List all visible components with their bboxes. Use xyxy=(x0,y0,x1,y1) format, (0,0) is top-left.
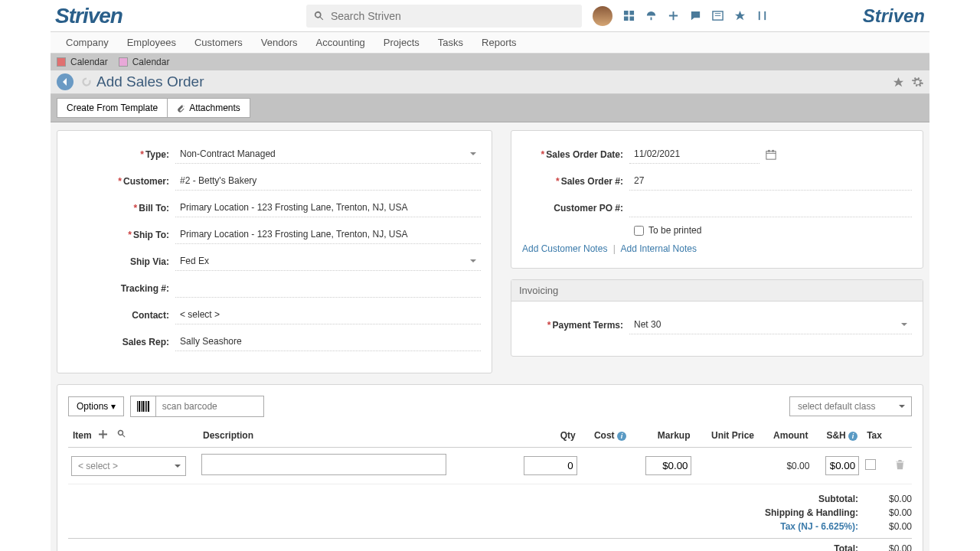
item-tax-checkbox[interactable] xyxy=(865,459,876,470)
salesrep-field[interactable]: Sally Seashore xyxy=(175,332,481,351)
item-description-input[interactable] xyxy=(201,454,446,475)
invoicing-panel: Invoicing *Payment Terms:Net 30 xyxy=(511,279,923,357)
svg-rect-3 xyxy=(629,16,634,21)
calendar-icon[interactable] xyxy=(766,149,776,160)
delete-row-icon[interactable] xyxy=(895,459,905,470)
create-from-template-button[interactable]: Create From Template xyxy=(57,98,167,118)
cal-label-2[interactable]: Calendar xyxy=(132,57,170,67)
payment-terms-select[interactable]: Net 30 xyxy=(629,315,912,334)
logo-right: Striven xyxy=(863,5,925,27)
nav-vendors[interactable]: Vendors xyxy=(261,37,298,48)
totals: Subtotal:$0.00 Shipping & Handling:$0.00… xyxy=(68,492,912,551)
svg-rect-1 xyxy=(629,11,634,15)
plus-icon[interactable] xyxy=(668,10,679,21)
order-date-input[interactable] xyxy=(629,145,760,164)
item-markup-input[interactable] xyxy=(645,456,691,475)
page-title: Add Sales Order xyxy=(96,73,204,90)
search-box[interactable] xyxy=(306,5,582,28)
refresh-icon[interactable] xyxy=(80,75,93,89)
svg-rect-19 xyxy=(148,401,149,412)
top-icons xyxy=(593,6,768,26)
search-item-icon[interactable] xyxy=(117,429,126,439)
billto-field[interactable]: Primary Location - 123 Frosting Lane, Tr… xyxy=(175,198,481,217)
cal-color-2[interactable] xyxy=(119,57,128,67)
add-internal-notes-link[interactable]: Add Internal Notes xyxy=(621,243,697,254)
svg-rect-0 xyxy=(624,11,629,15)
paperclip-icon xyxy=(177,104,185,112)
main-nav: Company Employees Customers Vendors Acco… xyxy=(51,32,929,54)
svg-rect-15 xyxy=(141,401,142,412)
nav-reports[interactable]: Reports xyxy=(482,37,517,48)
arrow-left-icon xyxy=(60,77,70,86)
to-be-printed-label: To be printed xyxy=(648,225,701,236)
top-bar: Striven Striven xyxy=(51,0,929,32)
shipto-field[interactable]: Primary Location - 123 Frosting Lane, Tr… xyxy=(175,225,481,244)
cost-info-icon[interactable]: i xyxy=(617,432,626,441)
svg-rect-7 xyxy=(759,11,760,20)
svg-rect-14 xyxy=(139,401,140,412)
avatar[interactable] xyxy=(593,6,612,26)
back-button[interactable] xyxy=(57,73,74,90)
dashboard-icon[interactable] xyxy=(645,10,657,21)
order-details-panel: *Type:Non-Contract Managed *Customer:#2 … xyxy=(57,130,492,373)
to-be-printed-checkbox[interactable] xyxy=(634,226,644,236)
svg-rect-16 xyxy=(142,401,144,412)
nav-accounting[interactable]: Accounting xyxy=(316,37,365,48)
order-number-input[interactable] xyxy=(629,171,912,191)
cal-color-1[interactable] xyxy=(57,57,66,67)
barcode-input[interactable] xyxy=(156,401,263,412)
item-qty-input[interactable] xyxy=(524,456,577,475)
star-icon[interactable] xyxy=(734,10,746,21)
default-class-select[interactable]: select default class xyxy=(789,396,912,416)
item-row: < select > $0.00 xyxy=(68,448,912,484)
apps-icon[interactable] xyxy=(623,10,635,21)
nav-company[interactable]: Company xyxy=(66,37,109,48)
svg-rect-11 xyxy=(769,149,770,152)
nav-employees[interactable]: Employees xyxy=(127,37,176,48)
contact-select[interactable]: < select > xyxy=(175,305,481,324)
nav-tasks[interactable]: Tasks xyxy=(438,37,463,48)
tracking-input[interactable] xyxy=(175,279,481,298)
order-meta-panel: *Sales Order Date: *Sales Order #: Custo… xyxy=(511,130,923,269)
item-sh-input[interactable] xyxy=(825,456,859,475)
barcode-icon xyxy=(131,396,156,416)
page-header: Add Sales Order xyxy=(51,70,929,94)
logo: Striven xyxy=(55,4,122,28)
news-icon[interactable] xyxy=(712,10,724,21)
search-icon xyxy=(314,11,325,21)
tax-link[interactable]: Tax (NJ - 6.625%): xyxy=(705,521,858,532)
action-bar: Create From Template Attachments xyxy=(51,94,929,122)
options-button[interactable]: Options ▾ xyxy=(68,396,124,416)
svg-rect-8 xyxy=(764,11,766,20)
nav-projects[interactable]: Projects xyxy=(384,37,420,48)
svg-rect-18 xyxy=(146,401,147,412)
item-amount: $0.00 xyxy=(759,448,812,484)
svg-rect-13 xyxy=(137,401,138,412)
invoicing-header: Invoicing xyxy=(511,280,923,302)
type-select[interactable]: Non-Contract Managed xyxy=(175,145,481,164)
add-customer-notes-link[interactable]: Add Customer Notes xyxy=(522,243,607,254)
search-input[interactable] xyxy=(331,10,574,22)
customer-field[interactable]: #2 - Betty's Bakery xyxy=(175,171,481,191)
calendar-bar: Calendar Calendar xyxy=(51,54,929,70)
attachments-button[interactable]: Attachments xyxy=(167,98,250,118)
item-select[interactable]: < select > xyxy=(71,456,186,476)
shipvia-select[interactable]: Fed Ex xyxy=(175,252,481,271)
customer-po-input[interactable] xyxy=(629,198,912,217)
settings-icon[interactable] xyxy=(756,10,768,21)
favorite-icon[interactable] xyxy=(893,77,904,88)
line-items-panel: Options ▾ select default class Item Desc… xyxy=(57,384,923,551)
nav-customers[interactable]: Customers xyxy=(194,37,243,48)
svg-rect-2 xyxy=(624,16,629,21)
chat-icon[interactable] xyxy=(690,10,701,21)
svg-rect-17 xyxy=(145,401,145,412)
barcode-scan[interactable] xyxy=(130,396,264,417)
add-item-icon[interactable] xyxy=(99,430,107,439)
cal-label-1[interactable]: Calendar xyxy=(70,57,108,67)
items-table: Item Description Qty Cost i Markup Unit … xyxy=(68,423,912,484)
svg-rect-12 xyxy=(773,149,774,152)
svg-rect-9 xyxy=(766,151,776,159)
gear-icon[interactable] xyxy=(912,77,923,88)
sh-info-icon[interactable]: i xyxy=(848,432,858,441)
